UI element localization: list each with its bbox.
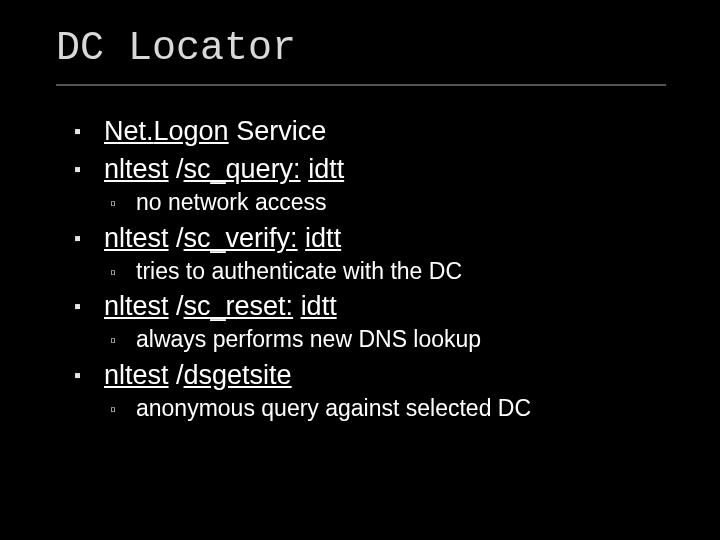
bullet-text: always performs new DNS lookup [136,326,481,352]
text-run: Logon [154,116,229,146]
text-run: sc_reset: [184,291,294,321]
bullet-icon: ▪ [74,227,104,250]
bullet-level-1: ▪nltest /sc_reset: idtt [74,291,680,322]
bullet-level-1: ▪nltest /dsgetsite [74,360,680,391]
text-run: sc_query: [184,154,301,184]
text-run: idtt [308,154,344,184]
bullet-icon: ▪ [74,120,104,143]
text-run: nltest [104,291,169,321]
bullet-level-2: ▫tries to authenticate with the DC [110,258,680,284]
text-run: nltest [104,360,169,390]
bullet-text: nltest /dsgetsite [104,360,292,391]
bullet-text: no network access [136,189,326,215]
bullet-level-2: ▫no network access [110,189,680,215]
text-run: / [169,223,184,253]
text-run: Net. [104,116,154,146]
text-run: dsgetsite [184,360,292,390]
bullet-level-1: ▪nltest /sc_query: idtt [74,154,680,185]
slide-title: DC Locator [56,26,296,71]
bullet-text: Net.Logon Service [104,116,326,147]
bullet-text: nltest /sc_reset: idtt [104,291,337,322]
slide: DC Locator ▪Net.Logon Service▪nltest /sc… [0,0,720,540]
text-run: no network access [136,189,326,215]
text-run: / [169,291,184,321]
text-run: idtt [301,291,337,321]
bullet-icon: ▫ [110,331,136,351]
bullet-icon: ▪ [74,295,104,318]
bullet-level-1: ▪Net.Logon Service [74,116,680,147]
text-run: tries to authenticate with the DC [136,258,462,284]
bullet-icon: ▫ [110,263,136,283]
text-run: Service [229,116,327,146]
text-run: / [169,360,184,390]
bullet-text: nltest /sc_query: idtt [104,154,344,185]
bullet-level-2: ▫always performs new DNS lookup [110,326,680,352]
text-run: nltest [104,223,169,253]
bullet-icon: ▪ [74,364,104,387]
bullet-text: anonymous query against selected DC [136,395,531,421]
bullet-icon: ▪ [74,158,104,181]
slide-content: ▪Net.Logon Service▪nltest /sc_query: idt… [74,116,680,421]
text-run [298,223,306,253]
text-run: sc_verify: [184,223,298,253]
bullet-level-1: ▪nltest /sc_verify: idtt [74,223,680,254]
text-run: anonymous query against selected DC [136,395,531,421]
text-run: nltest [104,154,169,184]
text-run [301,154,309,184]
bullet-icon: ▫ [110,194,136,214]
text-run: / [169,154,184,184]
bullet-text: tries to authenticate with the DC [136,258,462,284]
bullet-level-2: ▫anonymous query against selected DC [110,395,680,421]
text-run: idtt [305,223,341,253]
bullet-text: nltest /sc_verify: idtt [104,223,341,254]
bullet-icon: ▫ [110,400,136,420]
title-underline [56,84,666,86]
text-run [293,291,301,321]
text-run: always performs new DNS lookup [136,326,481,352]
